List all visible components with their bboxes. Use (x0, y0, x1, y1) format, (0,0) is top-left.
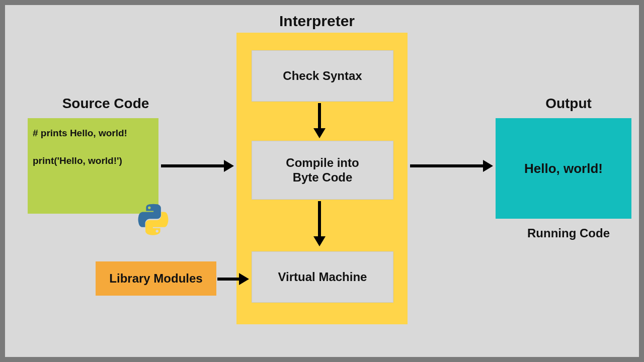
output-title: Output (508, 96, 629, 112)
svg-marker-5 (483, 160, 493, 172)
svg-marker-3 (239, 273, 249, 285)
stage-virtual-machine-label: Virtual Machine (278, 270, 367, 285)
svg-marker-9 (313, 236, 326, 246)
arrow-syntax-to-compile (309, 101, 330, 141)
stage-virtual-machine: Virtual Machine (252, 251, 393, 303)
interpreter-title: Interpreter (242, 13, 392, 30)
arrow-source-to-interpreter (158, 156, 236, 176)
stage-compile-bytecode: Compile into Byte Code (252, 141, 393, 200)
stage-check-syntax: Check Syntax (252, 50, 393, 102)
library-modules-label: Library Modules (109, 272, 202, 286)
svg-marker-7 (313, 128, 326, 138)
source-code-line-2: print('Hello, world!') (33, 155, 153, 167)
diagram-frame: Source Code # prints Hello, world! print… (0, 0, 644, 362)
stage-compile-line-2: Byte Code (286, 170, 359, 185)
output-box: Hello, world! (496, 118, 631, 219)
output-caption: Running Code (508, 226, 629, 240)
output-text: Hello, world! (524, 161, 603, 176)
stage-compile-line-1: Compile into (286, 156, 359, 170)
python-logo-icon (136, 204, 171, 239)
arrow-interpreter-to-output (408, 156, 496, 176)
svg-marker-1 (224, 160, 234, 172)
stage-check-syntax-label: Check Syntax (283, 69, 362, 83)
source-code-line-1: # prints Hello, world! (33, 127, 153, 140)
library-modules-box: Library Modules (96, 261, 216, 296)
source-code-box: # prints Hello, world! print('Hello, wor… (28, 118, 158, 214)
source-code-title: Source Code (45, 96, 166, 112)
arrow-library-to-vm (216, 269, 252, 289)
arrow-compile-to-vm (309, 199, 330, 249)
